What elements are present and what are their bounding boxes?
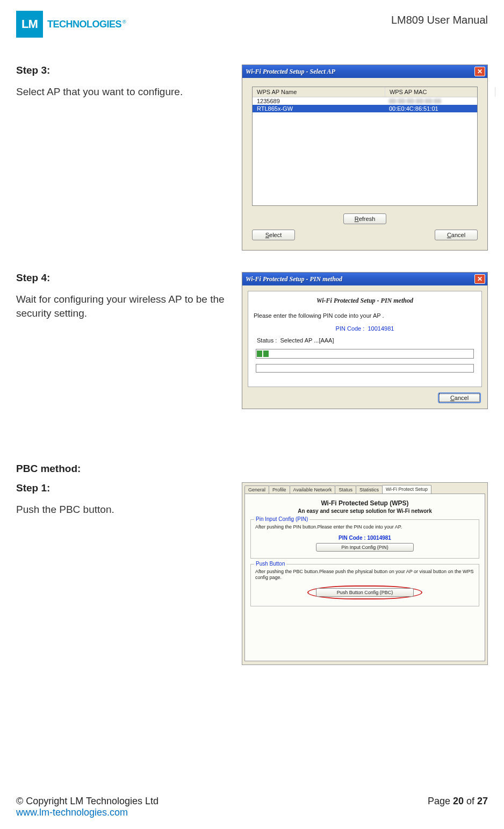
pin-code-value: 10014981	[368, 325, 394, 332]
tab-statistics[interactable]: Statistics	[356, 485, 383, 494]
tab-status[interactable]: Status	[335, 485, 356, 494]
page-mid: of	[464, 796, 477, 806]
pin-config-group: Pin Input Config (PIN) After pushing the…	[250, 519, 479, 559]
close-icon[interactable]: ✕	[474, 67, 485, 76]
ap-listbox[interactable]: WPS AP Name WPS AP MAC 1235689 00:00:00:…	[252, 87, 478, 206]
status-value: Selected AP ...[AAA]	[280, 337, 334, 344]
registered-mark-icon: ®	[123, 19, 126, 25]
column-ap-mac[interactable]: WPS AP MAC	[385, 87, 495, 97]
pin-code-label: PIN Code :	[339, 535, 366, 541]
pin-code-display: PIN Code : 10014981	[254, 325, 476, 332]
step4-body: Wait for configuring your wireless AP to…	[16, 292, 231, 320]
pin-code-line: PIN Code : 10014981	[255, 535, 474, 541]
document-title: LM809 User Manual	[391, 14, 488, 26]
tab-profile[interactable]: Profile	[269, 485, 290, 494]
copyright-text: © Copyright LM Technologies Ltd	[16, 796, 159, 807]
push-group-text: After pushing the PBC button.Please push…	[255, 569, 474, 581]
pin-code-value: 10014981	[367, 535, 391, 541]
pbc-step1-body: Push the PBC button.	[16, 503, 231, 517]
pin-input-config-button[interactable]: Pin Input Config (PIN)	[316, 543, 414, 552]
page-prefix: Page	[428, 796, 453, 806]
tab-wps[interactable]: Wi-Fi Protect Setup	[382, 485, 431, 494]
tab-available-network[interactable]: Available Network	[290, 485, 336, 494]
pin-group-text: After pushing the PIN button.Please ente…	[255, 524, 474, 531]
group-legend-push: Push Button	[254, 561, 286, 567]
column-ap-name[interactable]: WPS AP Name	[253, 87, 385, 97]
list-row[interactable]: RTL865x-GW 00:E0:4C:86:51:01	[253, 105, 477, 112]
logo-text: TECHNOLOGIES	[47, 19, 121, 30]
cell-ap-name: RTL865x-GW	[253, 105, 385, 112]
logo-mark: LM	[16, 11, 43, 38]
refresh-button[interactable]: Refresh	[343, 213, 386, 224]
status-line: Status : Selected AP ...[AAA]	[254, 337, 476, 344]
pbc-step1-heading: Step 1:	[16, 482, 231, 494]
cell-ap-mac: 00:00:00:00:00:00	[385, 97, 494, 105]
page-number: Page 20 of 27	[428, 796, 488, 818]
wps-subtitle: An easy and secure setup solution for Wi…	[250, 508, 479, 514]
highlight-circle-icon: Push Button Config (PBC)	[307, 585, 422, 599]
push-button-group: Push Button After pushing the PBC button…	[250, 564, 479, 606]
select-ap-dialog: Wi-Fi Protected Setup - Select AP ✕ WPS …	[242, 65, 488, 251]
wps-title: Wi-Fi Protected Setup (WPS)	[250, 499, 479, 507]
cancel-button[interactable]: Cancel	[438, 392, 481, 403]
pin-dialog-subheader: Wi-Fi Protected Setup - PIN method	[254, 297, 476, 305]
dialog-title: Wi-Fi Protected Setup - PIN method	[246, 275, 342, 283]
pin-method-dialog: Wi-Fi Protected Setup - PIN method ✕ Wi-…	[242, 272, 488, 409]
wps-settings-panel: General Profile Available Network Status…	[242, 482, 488, 665]
company-url-link[interactable]: www.lm-technologies.com	[16, 807, 128, 818]
step3-heading: Step 3:	[16, 65, 231, 76]
list-header: WPS AP Name WPS AP MAC	[253, 87, 477, 97]
select-button[interactable]: Select	[252, 230, 295, 240]
dialog-titlebar: Wi-Fi Protected Setup - PIN method ✕	[242, 273, 487, 285]
tab-panel: Wi-Fi Protected Setup (WPS) An easy and …	[244, 494, 485, 661]
page-header: LM TECHNOLOGIES® LM809 User Manual	[16, 11, 488, 38]
pin-instruction: Please enter the following PIN code into…	[254, 312, 476, 319]
page-footer: © Copyright LM Technologies Ltd www.lm-t…	[16, 796, 488, 818]
list-row[interactable]: 1235689 00:00:00:00:00:00	[253, 97, 477, 105]
pbc-section-heading: PBC method:	[16, 463, 488, 475]
status-label: Status :	[257, 337, 277, 344]
close-icon[interactable]: ✕	[474, 274, 485, 284]
progress-segment	[263, 351, 269, 357]
dialog-titlebar: Wi-Fi Protected Setup - Select AP ✕	[242, 65, 487, 78]
tab-row: General Profile Available Network Status…	[242, 483, 487, 494]
step3-body: Select AP that you want to configure.	[16, 85, 231, 99]
page-total: 27	[477, 796, 488, 806]
pin-code-label: PIN Code :	[336, 325, 365, 332]
step4-heading: Step 4:	[16, 272, 231, 284]
logo: LM TECHNOLOGIES®	[16, 11, 126, 38]
push-button-config-button[interactable]: Push Button Config (PBC)	[316, 588, 414, 597]
cancel-button[interactable]: Cancel	[435, 230, 478, 240]
page-current: 20	[453, 796, 464, 806]
dialog-title: Wi-Fi Protected Setup - Select AP	[246, 68, 335, 76]
cell-ap-mac: 00:E0:4C:86:51:01	[385, 105, 494, 112]
progress-segment	[257, 351, 262, 357]
progress-bar	[256, 349, 474, 359]
cell-ap-name: 1235689	[253, 97, 385, 105]
tab-general[interactable]: General	[244, 485, 269, 494]
secondary-progress-bar	[256, 364, 474, 373]
group-legend-pin: Pin Input Config (PIN)	[254, 516, 309, 522]
